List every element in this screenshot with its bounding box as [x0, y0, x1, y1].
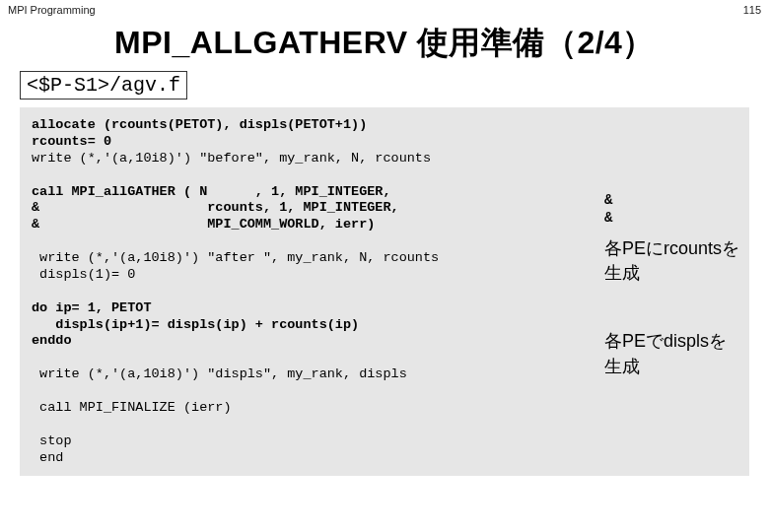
code-line: displs(ip+1)= displs(ip) + rcounts(ip)	[32, 317, 359, 332]
annotations-column: & & 各PEにrcountsを 生成 各PEでdisplsを 生成	[604, 192, 739, 379]
slide-title: MPI_ALLGATHERV 使用準備（2/4）	[0, 22, 769, 65]
code-line: rcounts= 0	[32, 134, 111, 149]
code-line: do ip= 1, PETOT	[32, 300, 152, 315]
code-line: displs(1)= 0	[32, 267, 135, 282]
code-line: stop	[32, 433, 72, 448]
slide-header: MPI Programming 115	[0, 0, 769, 18]
code-line: write (*,'(a,10i8)') "displs", my_rank, …	[32, 366, 407, 381]
header-left: MPI Programming	[8, 4, 96, 16]
code-line: end	[32, 450, 63, 465]
code-line: & MPI_COMM_WORLD, ierr)	[32, 217, 375, 232]
annotation-rcounts: 各PEにrcountsを 生成	[604, 236, 739, 286]
header-page-number: 115	[743, 4, 761, 16]
code-line: & rcounts, 1, MPI_INTEGER,	[32, 200, 399, 215]
code-line: enddo	[32, 333, 72, 348]
continuation-ampersand: & &	[604, 192, 739, 227]
code-line: write (*,'(a,10i8)') "before", my_rank, …	[32, 151, 431, 166]
file-path-box: <$P-S1>/agv.f	[20, 71, 187, 100]
code-line: call MPI_FINALIZE (ierr)	[32, 400, 232, 415]
code-line: write (*,'(a,10i8)') "after ", my_rank, …	[32, 250, 439, 265]
code-line: allocate (rcounts(PETOT), displs(PETOT+1…	[32, 117, 367, 132]
code-line: call MPI_allGATHER ( N , 1, MPI_INTEGER,	[32, 184, 391, 199]
annotation-displs: 各PEでdisplsを 生成	[604, 329, 739, 378]
